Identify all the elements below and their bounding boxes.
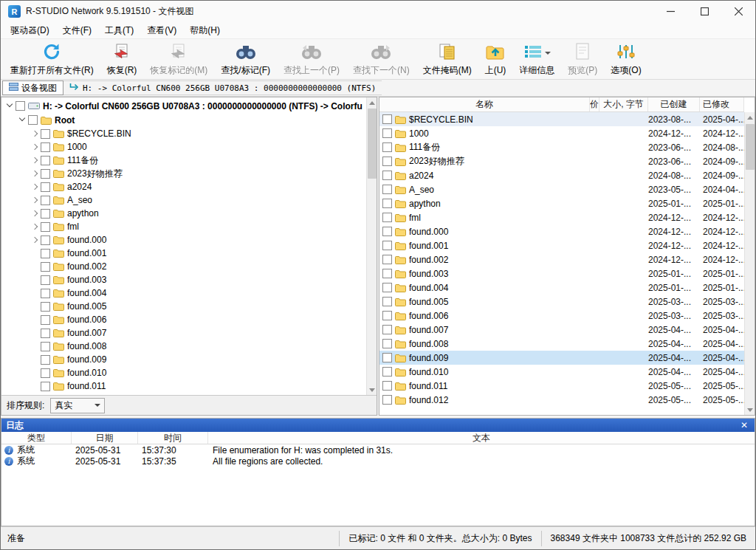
checkbox[interactable] [382,311,392,320]
scrollbar-thumb[interactable] [746,124,755,170]
tree-item[interactable]: found.003 [1,273,377,286]
checkbox[interactable] [41,355,50,365]
checkbox[interactable] [382,269,392,278]
checkbox[interactable] [382,199,392,208]
column-header-clipped[interactable]: 价 [590,97,599,111]
checkbox[interactable] [41,382,50,391]
checkbox[interactable] [41,249,50,258]
checkbox[interactable] [41,142,50,152]
file-row[interactable]: found.007 2025-04-... 2025-04-... [379,323,744,337]
file-row[interactable]: found.005 2025-03-... 2025-03-... [379,295,744,309]
tree-item-drive[interactable]: H: -> Colorful CN600 256GB U0708A3 : 000… [1,99,377,113]
scroll-down-icon[interactable] [367,385,377,395]
file-row[interactable]: found.010 2025-04-... 2025-04-... [379,365,744,379]
file-row[interactable]: 1000 2024-12-... 2024-12-... [379,126,744,140]
file-row[interactable]: found.000 2024-12-... 2024-12-... [379,224,744,238]
checkbox[interactable] [382,142,392,152]
tree-item[interactable]: $RECYCLE.BIN [1,127,377,140]
checkbox[interactable] [382,157,392,166]
tree-item[interactable]: 2023好物推荐 [1,167,377,180]
checkbox[interactable] [41,342,50,351]
chevron-collapsed-icon[interactable] [30,261,41,272]
chevron-collapsed-icon[interactable] [30,155,41,166]
chevron-collapsed-icon[interactable] [30,248,41,259]
chevron-collapsed-icon[interactable] [30,354,41,365]
checkbox[interactable] [382,255,392,264]
chevron-collapsed-icon[interactable] [30,275,41,286]
file-row[interactable]: 2023好物推荐 2023-06-... 2024-09-... [379,154,744,168]
tree-item[interactable]: A_seo [1,193,377,207]
tree-item[interactable]: 111备份 [1,154,377,167]
checkbox[interactable] [382,339,392,348]
tree-item[interactable]: found.002 [1,260,377,273]
file-row[interactable]: found.004 2025-01-... 2025-01-... [379,281,744,295]
file-row[interactable]: a2024 2024-08-... 2024-09-... [379,168,744,182]
log-row[interactable]: 系统 2025-05-31 15:37:35 All file regions … [1,456,755,467]
file-row[interactable]: 111备份 2023-06-... 2024-08-... [379,140,744,154]
scroll-up-icon[interactable] [745,112,755,123]
checkbox[interactable] [382,325,392,334]
tree-item[interactable]: 1000 [1,140,377,154]
scroll-up-icon[interactable] [367,97,377,108]
checkbox[interactable] [382,227,392,236]
chevron-collapsed-icon[interactable] [30,235,41,246]
checkbox[interactable] [41,156,50,165]
file-row[interactable]: $RECYCLE.BIN 2023-08-... 2025-04-... [379,112,744,126]
file-mask-button[interactable]: 文件掩码(M) [416,40,478,78]
tree-item[interactable]: found.004 [1,286,377,300]
reopen-all-files-button[interactable]: 重新打开所有文件(R) [4,40,100,78]
menu-drives[interactable]: 驱动器(D) [4,23,56,38]
checkbox[interactable] [28,115,38,125]
file-row[interactable]: found.006 2025-03-... 2025-03-... [379,309,744,323]
tree-item[interactable]: found.006 [1,313,377,326]
tree-item[interactable]: found.010 [1,366,377,379]
tab-device-view[interactable]: 设备视图 [2,80,63,95]
log-column-type[interactable]: 类型 [1,432,72,444]
chevron-collapsed-icon[interactable] [30,168,41,179]
checkbox[interactable] [41,236,50,245]
file-row[interactable]: A_seo 2023-05-... 2024-04-... [379,182,744,196]
chevron-collapsed-icon[interactable] [30,381,41,392]
menu-view[interactable]: 查看(V) [140,23,183,38]
log-column-time[interactable]: 时间 [138,432,208,444]
chevron-collapsed-icon[interactable] [30,195,41,206]
log-row[interactable]: 系统 2025-05-31 15:37:30 File enumeration … [1,444,755,456]
file-row[interactable]: fml 2024-12-... 2024-12-... [379,210,744,224]
checkbox[interactable] [41,262,50,272]
tree-item[interactable]: found.008 [1,340,377,353]
chevron-collapsed-icon[interactable] [30,314,41,326]
column-header-modified[interactable]: 已修改 [700,97,744,111]
file-row[interactable]: found.002 2024-12-... 2024-12-... [379,252,744,267]
scrollbar-thumb[interactable] [368,109,377,179]
chevron-collapsed-icon[interactable] [30,142,41,153]
tree-item[interactable]: found.000 [1,233,377,247]
checkbox[interactable] [382,353,392,362]
checkbox[interactable] [41,196,50,205]
checkbox[interactable] [16,101,25,111]
log-column-text[interactable]: 文本 [208,432,755,444]
file-row[interactable]: found.008 2025-04-... 2025-04-... [379,337,744,351]
options-button[interactable]: 选项(O) [604,40,647,78]
checkbox[interactable] [382,297,392,306]
checkbox[interactable] [41,182,50,192]
log-column-date[interactable]: 日期 [72,432,138,444]
column-header-size[interactable]: 大小, 字节 [599,97,648,111]
file-row[interactable]: found.011 2025-05-... 2025-05-... [379,379,744,393]
file-row[interactable]: found.001 2024-12-... 2024-12-... [379,238,744,252]
chevron-collapsed-icon[interactable] [30,288,41,299]
chevron-collapsed-icon[interactable] [30,394,41,396]
menu-tools[interactable]: 工具(T) [98,23,140,38]
menu-help[interactable]: 帮助(H) [183,23,227,38]
tree-item-root[interactable]: Root [1,113,377,127]
chevron-expanded-icon[interactable] [4,100,16,111]
minimize-button[interactable] [653,1,687,22]
details-view-button[interactable]: 详细信息 [512,40,561,78]
checkbox[interactable] [41,315,50,325]
tree-item[interactable]: found.007 [1,326,377,340]
tree-scrollbar[interactable] [366,97,377,395]
checkbox[interactable] [41,222,50,232]
checkbox[interactable] [41,368,50,378]
checkbox[interactable] [41,275,50,285]
tree-item[interactable]: a2024 [1,180,377,193]
chevron-collapsed-icon[interactable] [30,301,41,312]
